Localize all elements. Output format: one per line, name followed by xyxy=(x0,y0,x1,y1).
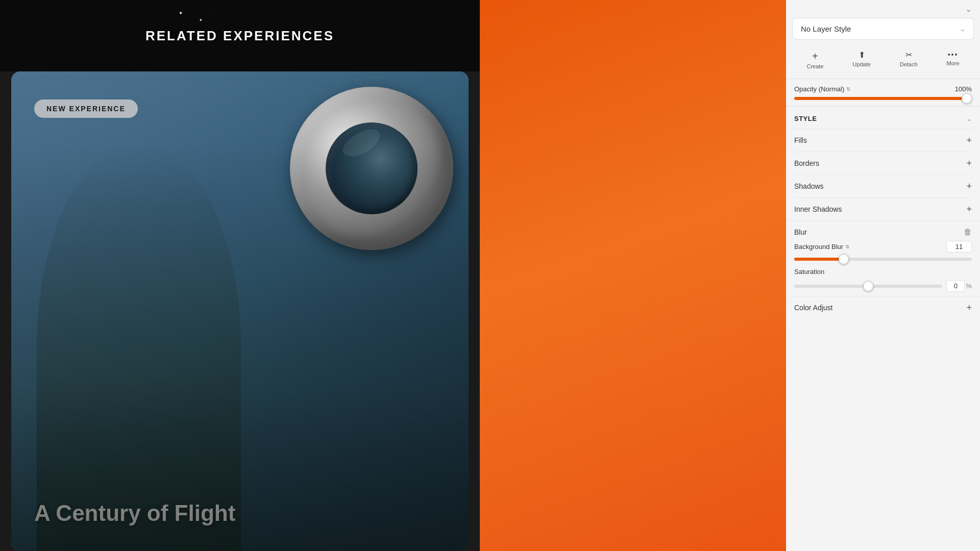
canvas-area: ✦ ✦ · Related Experiences New Experience xyxy=(0,0,480,551)
shadows-label: Shadows xyxy=(794,182,824,190)
color-adjust-row: Color Adjust + xyxy=(786,296,980,319)
new-experience-button[interactable]: New Experience xyxy=(34,99,138,118)
right-panel: ⌄ No Layer Style ⌄ + Create ⬆ Update ✂ D… xyxy=(786,0,980,551)
fills-row: Fills + xyxy=(794,129,972,152)
blur-slider-row xyxy=(794,258,972,261)
inner-shadows-label: Inner Shadows xyxy=(794,205,842,213)
canvas-card: New Experience A Century of Flight xyxy=(11,71,469,551)
star-decoration-3: · xyxy=(214,8,215,11)
opacity-stepper-icon[interactable]: ⇅ xyxy=(846,86,850,92)
blur-slider[interactable] xyxy=(794,258,972,261)
card-image: New Experience A Century of Flight xyxy=(11,71,469,551)
borders-label: Borders xyxy=(794,159,819,167)
shadows-row: Shadows + xyxy=(794,174,972,197)
inner-shadows-add-button[interactable]: + xyxy=(966,205,972,214)
opacity-thumb[interactable] xyxy=(962,93,972,104)
action-buttons-row: + Create ⬆ Update ✂ Detach ••• More xyxy=(786,44,980,79)
opacity-slider[interactable] xyxy=(794,97,972,100)
blur-value-input[interactable] xyxy=(946,241,972,253)
more-icon: ••• xyxy=(948,51,959,58)
saturation-pct-label: % xyxy=(966,282,972,290)
color-adjust-label: Color Adjust xyxy=(794,304,832,312)
shadows-add-button[interactable]: + xyxy=(966,182,972,191)
style-section-chevron-icon[interactable]: ⌄ xyxy=(967,115,972,122)
create-label: Create xyxy=(806,63,823,69)
update-label: Update xyxy=(852,61,870,67)
layer-style-chevron-icon: ⌄ xyxy=(960,26,965,33)
blur-type-label: Background Blur ⇅ xyxy=(794,243,849,251)
canvas-header: ✦ ✦ · Related Experiences xyxy=(0,0,480,71)
more-label: More xyxy=(946,60,959,66)
blur-title: Blur xyxy=(794,228,807,236)
detach-label: Detach xyxy=(900,61,918,67)
pilot-overlay xyxy=(11,143,469,551)
blur-section: Blur 🗑 Background Blur ⇅ Saturation xyxy=(786,220,980,292)
saturation-label: Saturation xyxy=(794,268,824,276)
borders-row: Borders + xyxy=(794,152,972,174)
panel-top-chevron-icon: ⌄ xyxy=(965,4,972,14)
blur-type-text: Background Blur xyxy=(794,243,843,251)
blur-delete-button[interactable]: 🗑 xyxy=(964,228,972,237)
saturation-slider-row: % xyxy=(794,280,972,292)
style-section-title: STYLE xyxy=(794,115,817,122)
saturation-slider[interactable] xyxy=(794,285,942,288)
panel-top-chevron: ⌄ xyxy=(786,0,980,16)
blur-type-stepper-icon[interactable]: ⇅ xyxy=(845,244,849,249)
inner-shadows-row: Inner Shadows + xyxy=(794,197,972,220)
blur-type-row: Background Blur ⇅ xyxy=(794,241,972,253)
saturation-slider-thumb[interactable] xyxy=(863,281,873,291)
star-decoration-2: ✦ xyxy=(199,18,203,22)
style-section-header: STYLE ⌄ xyxy=(786,106,980,129)
fills-label: Fills xyxy=(794,136,807,144)
style-items-list: Fills + Borders + Shadows + Inner Shadow… xyxy=(786,129,980,220)
create-button[interactable]: + Create xyxy=(801,48,828,72)
update-button[interactable]: ⬆ Update xyxy=(847,48,875,72)
canvas-header-title: Related Experiences xyxy=(145,28,334,44)
opacity-label: Opacity (Normal) ⇅ xyxy=(794,85,850,93)
opacity-value: 100% xyxy=(955,85,972,93)
blur-header: Blur 🗑 xyxy=(794,221,972,241)
detach-icon: ✂ xyxy=(905,51,912,59)
fills-add-button[interactable]: + xyxy=(966,136,972,145)
saturation-value-input[interactable] xyxy=(946,280,965,292)
opacity-section: Opacity (Normal) ⇅ 100% xyxy=(786,79,980,106)
blur-slider-thumb[interactable] xyxy=(839,254,849,264)
layer-style-label: No Layer Style xyxy=(801,24,851,33)
create-icon: + xyxy=(812,51,818,61)
saturation-value-group: % xyxy=(946,280,972,292)
detach-button[interactable]: ✂ Detach xyxy=(895,48,923,72)
layer-style-dropdown[interactable]: No Layer Style ⌄ xyxy=(792,18,974,40)
star-decoration: ✦ xyxy=(179,10,183,16)
borders-add-button[interactable]: + xyxy=(966,159,972,168)
color-adjust-add-button[interactable]: + xyxy=(966,303,972,312)
new-experience-label: New Experience xyxy=(46,105,126,113)
update-icon: ⬆ xyxy=(859,51,865,59)
saturation-row: Saturation % xyxy=(794,267,972,292)
opacity-label-text: Opacity (Normal) xyxy=(794,85,844,93)
more-button[interactable]: ••• More xyxy=(941,48,964,72)
